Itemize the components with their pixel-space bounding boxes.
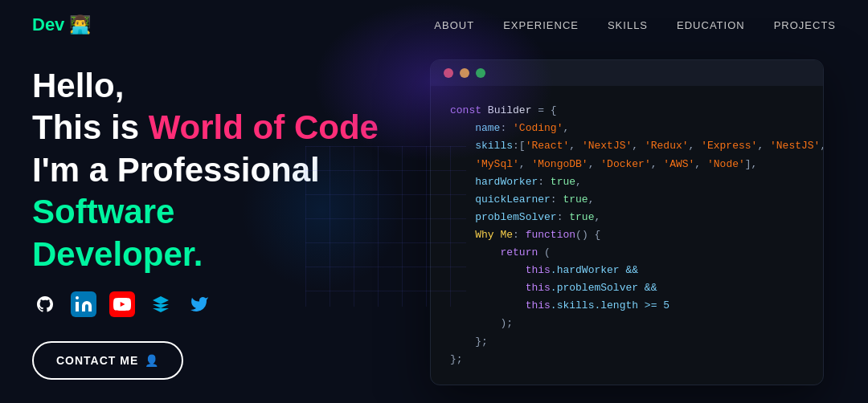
code-line-8: Why Me: function() { [450, 226, 804, 244]
nav-links: ABOUT EXPERIENCE SKILLS EDUCATION PROJEC… [434, 18, 836, 32]
twitter-icon[interactable] [186, 291, 212, 317]
code-line-11: this.problemSolver && [450, 279, 804, 297]
logo-text: Dev [32, 14, 64, 35]
code-line-15: }; [450, 351, 804, 368]
social-icons [32, 291, 386, 317]
code-editor-titlebar [431, 60, 823, 86]
youtube-icon[interactable] [109, 291, 135, 317]
code-line-10: this.hardWorker && [450, 262, 804, 279]
code-line-4: 'MySql', 'MongoDB', 'Docker', 'AWS', 'No… [450, 156, 804, 173]
code-editor: const Builder = { name: 'Coding', skills… [430, 59, 824, 385]
nav-item-skills[interactable]: SKILLS [608, 18, 648, 32]
code-line-14: }; [450, 333, 804, 351]
nav-link-education[interactable]: EDUCATION [677, 19, 745, 31]
linkedin-icon[interactable] [71, 291, 96, 317]
logo-emoji: 👨‍💻 [69, 14, 91, 35]
left-section: Hello, This is World of Code I'm a Profe… [32, 65, 418, 381]
github-icon[interactable] [32, 291, 58, 317]
dot-yellow [460, 68, 469, 78]
code-line-1: const Builder = { [450, 102, 804, 120]
code-line-2: name: 'Coding', [450, 120, 804, 137]
code-line-12: this.skills.length >= 5 [450, 297, 804, 315]
main-content: Hello, This is World of Code I'm a Profe… [0, 50, 868, 395]
hero-title: Hello, This is World of Code I'm a Profe… [32, 65, 386, 276]
nav-link-skills[interactable]: SKILLS [608, 19, 648, 31]
stackshare-icon[interactable] [148, 291, 174, 317]
code-line-7: problemSolver: true, [450, 209, 804, 226]
dot-green [476, 68, 485, 78]
code-line-9: return ( [450, 244, 804, 262]
dot-red [444, 68, 453, 78]
contact-btn-label: CONTACT ME [56, 354, 138, 367]
hero-line2-highlight: World of Code [149, 108, 379, 146]
right-section: const Builder = { name: 'Coding', skills… [418, 59, 836, 385]
contact-btn-icon: 👤 [145, 354, 159, 367]
nav-item-education[interactable]: EDUCATION [677, 18, 745, 32]
hero-line2-plain: This is [32, 108, 149, 146]
contact-button[interactable]: CONTACT ME 👤 [32, 341, 183, 380]
code-line-3: skills:['React', 'NextJS', 'Redux', 'Exp… [450, 137, 804, 155]
code-line-6: quickLearner: true, [450, 191, 804, 209]
nav-link-about[interactable]: ABOUT [434, 19, 474, 31]
nav-link-experience[interactable]: EXPERIENCE [503, 19, 579, 31]
nav-item-projects[interactable]: PROJECTS [774, 18, 836, 32]
nav-item-experience[interactable]: EXPERIENCE [503, 18, 579, 32]
code-line-13: ); [450, 315, 804, 332]
code-body: const Builder = { name: 'Coding', skills… [431, 86, 823, 384]
hero-line3-highlight: Software [32, 193, 174, 230]
logo[interactable]: Dev 👨‍💻 [32, 14, 91, 35]
hero-line4: Developer. [32, 235, 203, 273]
nav-item-about[interactable]: ABOUT [434, 18, 474, 32]
hero-line3-plain: I'm a Professional [32, 151, 320, 189]
nav-link-projects[interactable]: PROJECTS [774, 19, 836, 31]
navbar: Dev 👨‍💻 ABOUT EXPERIENCE SKILLS EDUCATIO… [0, 0, 868, 50]
code-line-5: hardWorker: true, [450, 173, 804, 191]
hero-line1: Hello, [32, 67, 124, 104]
